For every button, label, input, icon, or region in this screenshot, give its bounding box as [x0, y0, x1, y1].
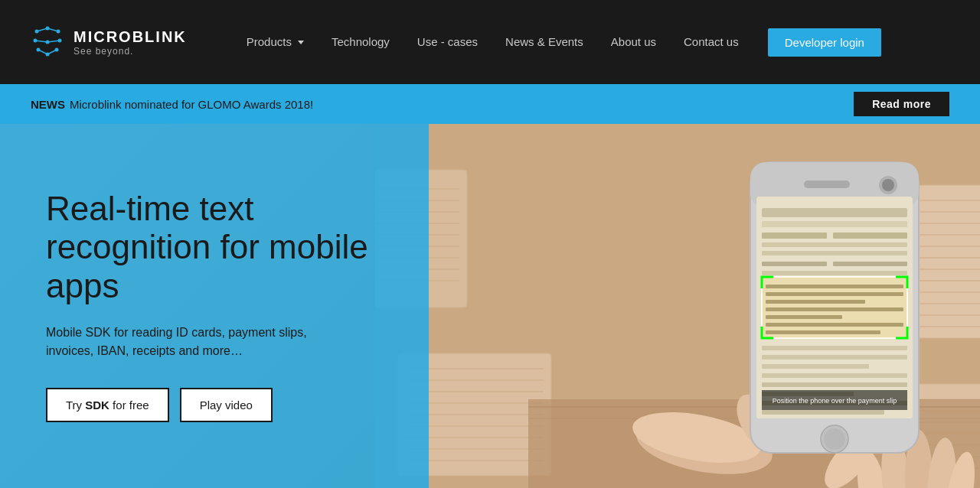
- news-label: NEWS: [31, 98, 65, 111]
- svg-rect-85: [762, 251, 907, 255]
- nav-item-contact-us[interactable]: Contact us: [670, 0, 753, 84]
- hero-content-box: Real-time text recognition for mobile ap…: [0, 124, 429, 488]
- svg-line-4: [47, 28, 58, 31]
- svg-rect-102: [762, 382, 907, 387]
- svg-rect-105: [762, 410, 884, 415]
- svg-point-12: [55, 48, 59, 52]
- svg-rect-97: [766, 330, 880, 334]
- svg-line-3: [37, 28, 47, 31]
- hero-phone-illustration: Position the phone over the payment slip: [375, 124, 980, 488]
- svg-text:Position the phone over the pa: Position the phone over the payment slip: [773, 397, 897, 405]
- svg-rect-80: [762, 208, 907, 217]
- developer-login-button[interactable]: Developer login: [768, 28, 881, 57]
- svg-rect-83: [833, 233, 907, 239]
- main-nav: Products Technology Use - cases News & E…: [233, 0, 949, 84]
- logo-tagline: See beyond.: [74, 46, 187, 57]
- svg-rect-76: [804, 181, 850, 188]
- svg-rect-91: [766, 285, 903, 288]
- news-banner-text: NEWSMicroblink nominated for GLOMO Award…: [31, 98, 313, 111]
- svg-rect-94: [766, 307, 903, 311]
- svg-point-10: [37, 48, 41, 52]
- nav-item-about-us[interactable]: About us: [597, 0, 670, 84]
- svg-rect-87: [833, 262, 907, 266]
- svg-line-14: [47, 50, 57, 54]
- nav-item-use-cases[interactable]: Use - cases: [403, 0, 492, 84]
- nav-item-products[interactable]: Products: [233, 0, 318, 84]
- logo-text: MICROBLINK See beyond.: [74, 28, 187, 57]
- svg-rect-81: [762, 221, 907, 227]
- svg-point-78: [824, 428, 845, 450]
- nav-item-news-events[interactable]: News & Events: [492, 0, 597, 84]
- svg-line-13: [38, 50, 47, 54]
- hero-section: Position the phone over the payment slip…: [0, 124, 980, 488]
- svg-point-75: [882, 179, 894, 191]
- hero-title: Real-time text recognition for mobile ap…: [46, 190, 390, 306]
- svg-line-8: [35, 41, 47, 42]
- svg-rect-95: [766, 315, 842, 319]
- play-video-button[interactable]: Play video: [180, 388, 273, 422]
- logo[interactable]: MICROBLINK See beyond.: [31, 25, 187, 59]
- hero-buttons: Try SDK for free Play video: [46, 388, 390, 422]
- try-sdk-button[interactable]: Try SDK for free: [46, 388, 169, 422]
- nav-item-technology[interactable]: Technology: [318, 0, 403, 84]
- svg-rect-98: [762, 346, 907, 350]
- svg-rect-93: [766, 300, 865, 304]
- logo-icon: [31, 25, 64, 59]
- svg-rect-92: [766, 292, 903, 296]
- site-header: MICROBLINK See beyond. Products Technolo…: [0, 0, 980, 84]
- read-more-button[interactable]: Read more: [854, 92, 949, 116]
- news-content: Microblink nominated for GLOMO Awards 20…: [70, 98, 313, 111]
- svg-rect-96: [766, 323, 903, 327]
- svg-rect-100: [762, 364, 869, 369]
- svg-rect-82: [762, 233, 827, 239]
- logo-name: MICROBLINK: [74, 28, 187, 46]
- hero-subtitle: Mobile SDK for reading ID cards, payment…: [46, 324, 337, 360]
- svg-rect-84: [762, 242, 907, 247]
- svg-rect-99: [762, 355, 907, 359]
- svg-rect-101: [762, 373, 907, 378]
- news-banner: NEWSMicroblink nominated for GLOMO Award…: [0, 84, 980, 124]
- svg-rect-88: [762, 271, 907, 275]
- svg-rect-86: [762, 262, 827, 266]
- svg-line-9: [47, 41, 60, 42]
- products-dropdown-arrow: [298, 41, 304, 44]
